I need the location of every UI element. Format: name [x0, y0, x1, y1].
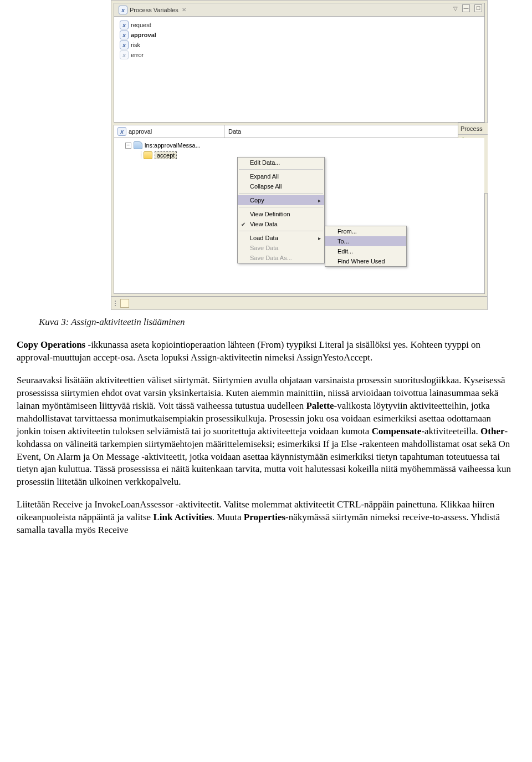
variable-request[interactable]: x request	[120, 20, 479, 30]
submenu-to[interactable]: To...	[325, 236, 406, 246]
screenshot: x Process Variables ✕ ▽ — ☐ x request x …	[111, 0, 488, 310]
context-menu: Edit Data... Expand All Collapse All Cop…	[237, 157, 325, 263]
data-panel-header: x approval Data X	[114, 125, 484, 138]
message-icon	[134, 141, 142, 149]
menu-save-data: Save Data	[238, 243, 324, 253]
tree-connector	[141, 151, 141, 159]
variable-x-icon: x	[120, 40, 129, 49]
data-panel-body: − lns:approvalMessa... accept Edit Data.…	[114, 138, 484, 293]
variable-label: approval	[131, 32, 156, 38]
header-data-label: Data	[228, 128, 241, 135]
menu-collapse-all[interactable]: Collapse All	[238, 181, 324, 191]
submenu-from[interactable]: From...	[325, 226, 406, 236]
variables-tree: x request x approval x risk x error	[114, 17, 484, 122]
toolbar-icon[interactable]	[120, 299, 129, 308]
message-label: lns:approvalMessa...	[145, 142, 201, 149]
variable-x-icon: x	[117, 127, 126, 136]
header-data-cell[interactable]: Data	[225, 125, 469, 138]
copy-submenu: From... To... Edit... Find Where Used	[325, 226, 407, 267]
menu-separator	[239, 169, 323, 170]
variable-x-icon: x	[120, 50, 129, 59]
process-variables-panel: x Process Variables ✕ ▽ — ☐ x request x …	[114, 3, 485, 123]
variable-approval[interactable]: x approval	[120, 30, 479, 40]
view-menu-icon[interactable]: ▽	[453, 6, 458, 12]
menu-save-data-as: Save Data As...	[238, 253, 324, 263]
paragraph-2: Seuraavaksi lisätään aktiviteettien väli…	[17, 374, 515, 489]
variable-risk[interactable]: x risk	[120, 40, 479, 50]
para1-text: -ikkunassa aseta kopiointioperaation läh…	[17, 339, 480, 363]
data-panel: x approval Data X − lns:approvalMessa...	[114, 125, 485, 294]
tab-label: Process Variables	[130, 7, 178, 13]
variable-label: risk	[131, 42, 140, 48]
toolbar-handle[interactable]	[115, 301, 117, 306]
header-variable-cell[interactable]: x approval	[114, 125, 225, 138]
menu-copy[interactable]: Copy	[238, 195, 324, 205]
menu-view-definition[interactable]: View Definition	[238, 209, 324, 219]
submenu-edit[interactable]: Edit...	[325, 246, 406, 256]
menu-separator	[239, 193, 323, 194]
tabbar: x Process Variables ✕ ▽ — ☐	[114, 3, 484, 17]
header-variable-label: approval	[129, 128, 152, 135]
paragraph-3: Liitetään Receive ja InvokeLoanAssessor …	[17, 499, 515, 537]
variable-label: error	[131, 52, 144, 58]
bottom-toolbar	[111, 296, 487, 309]
maximize-icon[interactable]: ☐	[474, 4, 482, 12]
accept-label: accept	[155, 151, 177, 159]
paragraph-1: Copy Operations -ikkunassa aseta kopioin…	[17, 339, 515, 364]
menu-view-data[interactable]: View Data	[238, 219, 324, 229]
tree-toggle[interactable]: −	[125, 143, 131, 149]
menu-expand-all[interactable]: Expand All	[238, 171, 324, 181]
menu-load-data[interactable]: Load Data	[238, 233, 324, 243]
minimize-icon[interactable]: —	[462, 4, 470, 12]
tree-message-row[interactable]: − lns:approvalMessa...	[125, 141, 480, 149]
tab-close-icon[interactable]: ✕	[182, 7, 186, 13]
variable-x-icon: x	[120, 21, 129, 29]
bold-copy-operations: Copy Operations	[17, 339, 85, 350]
variable-x-icon: x	[119, 6, 127, 14]
side-title: Process	[458, 123, 488, 135]
variable-label: request	[131, 22, 151, 28]
menu-edit-data[interactable]: Edit Data...	[238, 158, 324, 167]
menu-separator	[239, 231, 323, 231]
element-icon	[144, 151, 152, 159]
menu-separator	[239, 207, 323, 207]
figure-caption: Kuva 3: Assign-aktiviteetin lisääminen	[39, 317, 521, 328]
variable-x-icon: x	[120, 31, 129, 39]
submenu-find-where-used[interactable]: Find Where Used	[325, 256, 406, 266]
tab-process-variables[interactable]: x Process Variables ✕	[115, 4, 190, 16]
variable-error[interactable]: x error	[120, 50, 479, 60]
